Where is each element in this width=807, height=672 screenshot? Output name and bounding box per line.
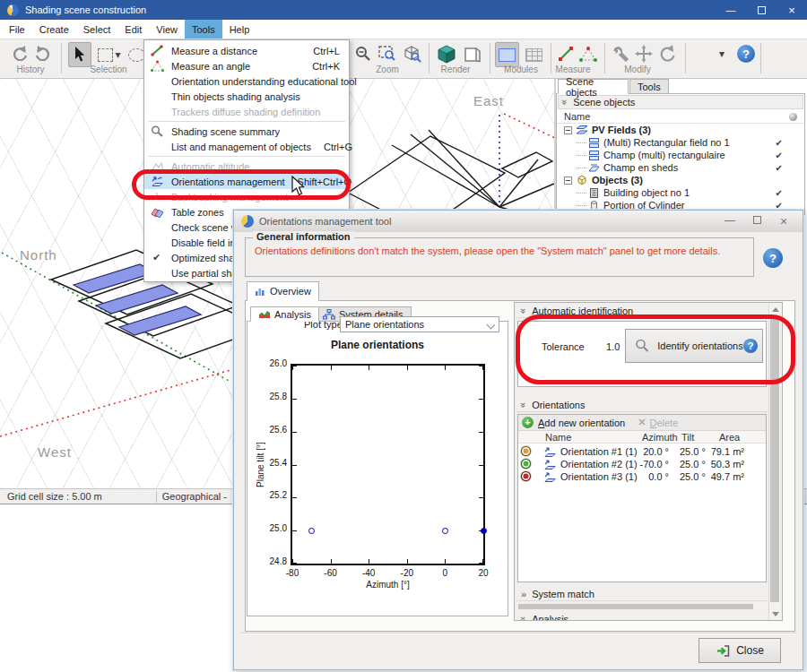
vertical-scrollbar[interactable] bbox=[768, 304, 780, 620]
close-door-icon bbox=[716, 643, 731, 659]
toolbar-dropdown-button[interactable]: ▾ bbox=[714, 42, 730, 65]
check-icon[interactable]: ✔ bbox=[776, 151, 783, 160]
dialog-help-button[interactable]: ? bbox=[763, 248, 783, 268]
tab-overview[interactable]: Overview bbox=[247, 281, 319, 301]
modify-wrench-button[interactable] bbox=[610, 42, 631, 65]
scroll-up-icon[interactable] bbox=[772, 307, 779, 312]
close-button[interactable]: × bbox=[777, 0, 807, 20]
render-3d-button[interactable] bbox=[434, 42, 459, 67]
menu-view[interactable]: View bbox=[149, 20, 185, 39]
west-axis-line bbox=[0, 370, 230, 436]
backtracking-icon bbox=[151, 191, 164, 202]
dialog-title: Orientations management tool bbox=[259, 216, 391, 227]
menu-item-thin-objects[interactable]: Thin objects shading analysis bbox=[144, 89, 349, 104]
collapse-icon: » bbox=[560, 99, 570, 105]
orientations-toolbar: + Add new orientation ✕ Delete bbox=[518, 415, 766, 431]
plot-type-select[interactable]: Plane orientations bbox=[340, 316, 499, 332]
tree-group-objects[interactable]: Objects (3) bbox=[557, 174, 804, 186]
check-icon[interactable]: ✔ bbox=[776, 163, 783, 173]
identify-orientations-button[interactable]: Identify orientations ? bbox=[625, 329, 763, 363]
modify-rotate-button[interactable] bbox=[656, 42, 678, 65]
zoom-region-button[interactable] bbox=[377, 42, 398, 65]
analysis-section-header[interactable]: » Analysis bbox=[516, 612, 768, 621]
tab-analysis[interactable]: Analysis bbox=[250, 306, 319, 322]
collapse-box-icon[interactable] bbox=[564, 126, 572, 134]
marquee-icon bbox=[98, 48, 113, 62]
menu-select[interactable]: Select bbox=[76, 20, 118, 39]
collapse-icon: » bbox=[518, 307, 529, 313]
dialog-icon bbox=[241, 215, 254, 228]
menu-help[interactable]: Help bbox=[222, 20, 257, 39]
modules-show-button[interactable] bbox=[495, 42, 519, 67]
menu-item-shading-summary[interactable]: Shading scene summary bbox=[144, 124, 349, 139]
tree-item-champ-sheds[interactable]: Champ en sheds ✔ bbox=[557, 161, 804, 174]
horizontal-scrollbar[interactable] bbox=[517, 603, 767, 610]
menu-item-measure-angle[interactable]: Measure an angleCtrl+K bbox=[144, 58, 349, 73]
orientation-row-3[interactable]: Orientation #3 (1) 0.0 ° 25.0 ° 49.7 m² bbox=[518, 470, 766, 483]
menu-edit[interactable]: Edit bbox=[117, 20, 149, 39]
toolbar-zoom-label: Zoom bbox=[362, 65, 412, 74]
close-button[interactable]: Close bbox=[699, 638, 781, 663]
compass-north-label: North bbox=[20, 247, 57, 263]
orientations-header[interactable]: » Orientations bbox=[516, 398, 768, 412]
toolbar-selection-label: Selection bbox=[77, 65, 140, 74]
vscroll-thumb[interactable] bbox=[770, 315, 779, 602]
menu-file[interactable]: File bbox=[2, 20, 32, 39]
check-icon[interactable]: ✔ bbox=[776, 138, 783, 148]
menu-item-trackers-diffuse: Trackers diffuse shading definition bbox=[144, 104, 349, 119]
hscroll-thumb[interactable] bbox=[518, 604, 753, 609]
scroll-down-icon[interactable] bbox=[772, 612, 779, 616]
zoom-out-button[interactable] bbox=[353, 42, 373, 65]
tree-group-pv-fields[interactable]: PV Fields (3) bbox=[557, 124, 804, 136]
check-icon[interactable]: ✔ bbox=[776, 188, 783, 198]
system-match-header[interactable]: » System match bbox=[516, 587, 768, 601]
chart-point bbox=[442, 528, 448, 534]
tolerance-value[interactable]: 1.0 bbox=[606, 341, 620, 352]
app-icon bbox=[7, 4, 19, 16]
tree-item-building[interactable]: Building object no 1 ✔ bbox=[557, 186, 804, 199]
menu-item-list-objects[interactable]: List and management of objectsCtrl+G bbox=[144, 139, 349, 154]
measure-distance-button[interactable] bbox=[556, 42, 576, 65]
undo-button[interactable] bbox=[9, 42, 30, 64]
redo-icon bbox=[34, 45, 52, 61]
tree-item-rect-field[interactable]: (Multi) Rectangular field no 1 ✔ bbox=[557, 136, 804, 149]
measure-angle-button[interactable] bbox=[577, 42, 599, 65]
select-tool-button[interactable] bbox=[68, 42, 91, 67]
menu-item-measure-distance[interactable]: Measure a distanceCtrl+L bbox=[144, 43, 349, 58]
automatic-identification-header[interactable]: » Automatic identification bbox=[516, 304, 768, 318]
menu-item-orientations-management[interactable]: Orientations managementShift+Ctrl+O bbox=[144, 174, 349, 189]
maximize-button[interactable] bbox=[746, 0, 777, 20]
expand-icon: » bbox=[521, 589, 526, 599]
menu-create[interactable]: Create bbox=[32, 20, 76, 39]
check-icon[interactable]: ✔ bbox=[776, 201, 783, 211]
orientation-row-2[interactable]: Orientation #2 (1) -70.0 ° 25.0 ° 50.3 m… bbox=[518, 458, 766, 470]
menu-item-backtracking: Backtracking management bbox=[144, 189, 349, 204]
modules-grid-blue-icon bbox=[499, 48, 516, 62]
orientation-row-1[interactable]: Orientation #1 (1) 20.0 ° 25.0 ° 79.1 m² bbox=[518, 445, 766, 458]
render-wireframe-button[interactable] bbox=[461, 42, 484, 67]
modify-move-button[interactable] bbox=[633, 42, 655, 65]
select-arrow-icon bbox=[74, 47, 86, 63]
tab-scene-objects[interactable]: Scene objects bbox=[558, 79, 629, 94]
toolbar-help-button[interactable]: ? bbox=[735, 42, 757, 65]
redo-button[interactable] bbox=[32, 42, 54, 64]
east-axis-line bbox=[504, 114, 555, 138]
dialog-minimize-button[interactable]: — bbox=[716, 214, 743, 228]
tab-tools[interactable]: Tools bbox=[629, 79, 669, 94]
menu-item-orientation-educational[interactable]: Orientation understanding educational to… bbox=[144, 73, 349, 89]
modules-hide-button[interactable] bbox=[522, 42, 546, 67]
measure-distance-icon bbox=[558, 46, 574, 62]
toolbar-modify-label: Modify bbox=[612, 65, 664, 74]
marquee-select-button[interactable]: ▾ bbox=[95, 42, 124, 67]
minimize-button[interactable]: — bbox=[716, 0, 746, 20]
dialog-maximize-button[interactable] bbox=[743, 214, 770, 228]
zoom-fit-button[interactable] bbox=[402, 42, 423, 65]
marquee-dropdown-caret[interactable]: ▾ bbox=[115, 48, 120, 61]
dialog-titlebar: Orientations management tool — × bbox=[234, 211, 803, 232]
identify-help-icon[interactable]: ? bbox=[743, 339, 758, 353]
tree-item-champ-multi[interactable]: Champ (multi) rectangulaire ✔ bbox=[557, 149, 804, 161]
menu-tools[interactable]: Tools bbox=[185, 20, 222, 39]
collapse-box-icon[interactable] bbox=[564, 177, 572, 185]
add-orientation-button[interactable]: + Add new orientation bbox=[522, 417, 625, 428]
dialog-close-x-button[interactable]: × bbox=[770, 214, 797, 228]
